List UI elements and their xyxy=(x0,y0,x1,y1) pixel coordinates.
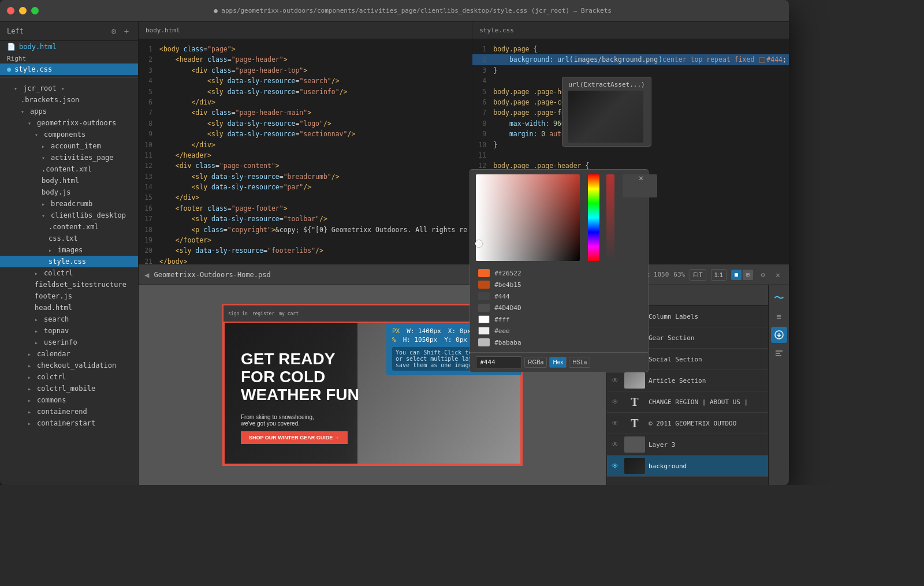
swatch-444[interactable]: #444 xyxy=(476,291,642,301)
activity-icon[interactable]: 〜 xyxy=(771,290,787,306)
color-mode-icons: ■ ⊞ xyxy=(731,270,753,280)
editor-right-tab[interactable]: style.css xyxy=(472,22,789,39)
eye-icon[interactable]: 👁 xyxy=(612,419,621,427)
sidebar-item-components[interactable]: ▾ components xyxy=(0,129,138,140)
layer-copyright[interactable]: 👁 T © 2011 GEOMETRIX OUTDOO xyxy=(607,413,768,434)
close-button[interactable] xyxy=(7,7,14,14)
sidebar-item-colctrl2[interactable]: ▸ colctrl xyxy=(0,371,138,383)
sidebar-item-style-css[interactable]: ● style.css xyxy=(0,64,138,75)
sidebar-item-apps[interactable]: ▾ apps xyxy=(0,106,138,117)
layer-thumbnail: T xyxy=(624,415,645,431)
sidebar-item-search[interactable]: ▸ search xyxy=(0,313,138,325)
sidebar-item-jcr-root[interactable]: ▾ jcr_root ▾ xyxy=(0,83,138,94)
color-cursor xyxy=(475,240,482,247)
ratio-btn[interactable]: 1:1 xyxy=(711,269,726,281)
sidebar-item-csstxt[interactable]: css.txt xyxy=(0,233,138,244)
minimize-button[interactable] xyxy=(19,7,27,14)
editor-left-content[interactable]: 1 <body class="page"> 2 <header class="p… xyxy=(139,39,472,264)
code-line: 1 <body class="page"> xyxy=(139,44,472,54)
code-line: 17 <sly data-sly-resource="toolbar"/> xyxy=(139,214,472,224)
eye-icon[interactable]: 👁 xyxy=(612,376,621,385)
color-picker: ✕ xyxy=(470,169,649,372)
sidebar-item-colctrl-mobile[interactable]: ▸ colctrl_mobile xyxy=(0,383,138,394)
fit-btn[interactable]: FIT xyxy=(690,269,706,281)
code-line: 19 </footer> xyxy=(139,235,472,245)
sidebar-item-content-xml[interactable]: .content.xml xyxy=(0,163,138,175)
eye-icon[interactable]: 👁 xyxy=(612,462,621,470)
layer-name: Layer 3 xyxy=(649,441,763,449)
swatch-be4b15[interactable]: #be4b15 xyxy=(476,279,642,290)
extract-icon[interactable] xyxy=(771,327,787,343)
sidebar-item-colctrl[interactable]: ▸ colctrl xyxy=(0,267,138,279)
editor-left-tab[interactable]: body.html xyxy=(139,22,472,39)
layers-icon[interactable]: ≡ xyxy=(771,308,787,324)
sidebar-divider xyxy=(0,77,138,78)
maximize-button[interactable] xyxy=(31,7,39,14)
picker-swatches: #f26522 #be4b15 #444 xyxy=(470,266,648,352)
code-line: 7 <div class="page-header-main"> xyxy=(139,107,472,118)
extract-svg xyxy=(774,330,784,340)
sidebar: Left ⚙ + 📄 body.html Right ● style.css xyxy=(0,22,139,485)
swatch-4d4d4d[interactable]: #4D4D4D xyxy=(476,303,642,313)
sidebar-item-brackets-json[interactable]: .brackets.json xyxy=(0,94,138,106)
layer-background[interactable]: 👁 background xyxy=(607,456,768,477)
swatch-fff[interactable]: #fff xyxy=(476,314,642,324)
sidebar-item-activities[interactable]: ▾ activities_page xyxy=(0,152,138,163)
code-line: 20 <sly data-sly-resource="footerlibs"/> xyxy=(139,245,472,256)
sidebar-item-account[interactable]: ▸ account_item xyxy=(0,140,138,152)
collapse-btn[interactable]: ◀ xyxy=(144,270,149,279)
file-dot-icon: ● xyxy=(7,65,11,73)
eye-icon[interactable]: 👁 xyxy=(612,398,621,406)
swatch-bababa[interactable]: #bababa xyxy=(476,337,642,348)
color-gradient-container[interactable] xyxy=(476,174,580,261)
sidebar-item-containerend[interactable]: ▸ containerend xyxy=(0,406,138,417)
sidebar-item-checkout[interactable]: ▸ checkout_validation xyxy=(0,360,138,371)
rgba-mode-btn[interactable]: RGBa xyxy=(524,357,547,368)
nav-register: register xyxy=(252,311,275,316)
sidebar-item-stylecss[interactable]: style.css xyxy=(0,256,138,267)
sidebar-item-footerjs[interactable]: footer.js xyxy=(0,290,138,302)
hex-mode-btn[interactable]: Hex xyxy=(549,357,567,368)
swatch-f26522[interactable]: #f26522 xyxy=(476,268,642,278)
color-hex-input[interactable] xyxy=(476,356,522,368)
eye-icon[interactable]: 👁 xyxy=(612,441,621,449)
code-line: 14 <sly data-sly-resource="par"/> xyxy=(139,182,472,192)
sidebar-item-userinfo[interactable]: ▸ userinfo xyxy=(0,337,138,348)
grid-icon[interactable]: ⊞ xyxy=(743,270,753,280)
layer-change-region[interactable]: 👁 T CHANGE REGION | ABOUT US | xyxy=(607,391,768,413)
color-mode-active[interactable]: ■ xyxy=(731,270,742,280)
sidebar-item-fieldset[interactable]: fieldset_sitestructure xyxy=(0,279,138,290)
sidebar-item-content-xml2[interactable]: .content.xml xyxy=(0,221,138,233)
color-hue-bar[interactable] xyxy=(588,174,599,261)
sidebar-item-geometrixx[interactable]: ▾ geometrixx-outdoors xyxy=(0,117,138,129)
sidebar-item-headhtml[interactable]: head.html xyxy=(0,302,138,313)
linting-icon[interactable] xyxy=(771,345,787,361)
layer-article-section[interactable]: 👁 Article Section xyxy=(607,370,768,391)
settings-icon[interactable]: ⚙ xyxy=(758,270,768,280)
sidebar-item-commons[interactable]: ▸ commons xyxy=(0,394,138,406)
close-panel-btn[interactable]: ✕ xyxy=(773,270,783,280)
bottom-content: sign in register my cart Search geome xyxy=(139,285,789,485)
sidebar-item-bodyjs[interactable]: body.js xyxy=(0,186,138,198)
sidebar-item-body-html[interactable]: 📄 body.html xyxy=(0,41,138,53)
sidebar-item-images[interactable]: ▸ images xyxy=(0,244,138,256)
color-gradient[interactable] xyxy=(476,174,580,261)
code-line: 18 <p class="copyright">&copy; ${"[0} Ge… xyxy=(139,225,472,235)
swatch-label: #bababa xyxy=(494,339,521,346)
color-picker-close[interactable]: ✕ xyxy=(639,173,643,182)
sidebar-item-bodyhtml[interactable]: body.html xyxy=(0,175,138,186)
sidebar-item-clientlibs[interactable]: ▾ clientlibs_desktop xyxy=(0,210,138,221)
sidebar-item-breadcrumb[interactable]: ▸ breadcrumb xyxy=(0,198,138,210)
settings-icon[interactable]: ⚙ xyxy=(109,27,118,36)
sidebar-item-calendar[interactable]: ▸ calendar xyxy=(0,348,138,360)
swatch-eee[interactable]: #eee xyxy=(476,326,642,336)
linting-svg xyxy=(774,348,784,359)
layer-3[interactable]: 👁 Layer 3 xyxy=(607,434,768,456)
tooltip-image xyxy=(568,91,643,143)
sidebar-item-topnav[interactable]: ▸ topnav xyxy=(0,325,138,337)
new-file-icon[interactable]: + xyxy=(122,27,131,36)
sidebar-item-containerstart[interactable]: ▸ containerstart xyxy=(0,417,138,429)
swatch-color xyxy=(478,315,490,323)
color-alpha-bar[interactable] xyxy=(606,174,614,261)
hsla-mode-btn[interactable]: HSLa xyxy=(569,357,590,368)
